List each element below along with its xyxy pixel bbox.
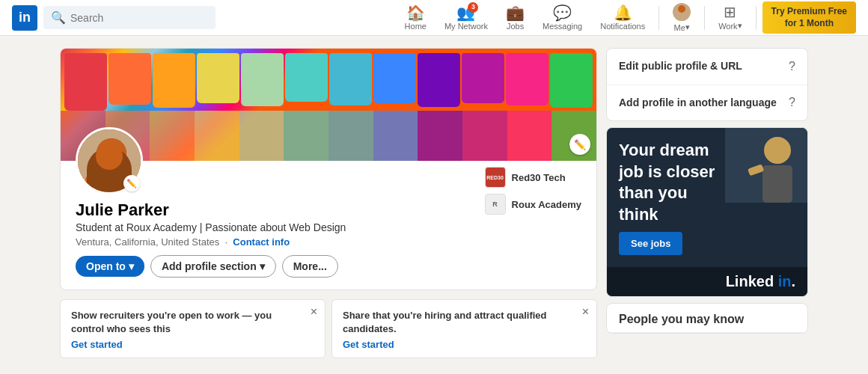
notifications-icon: 🔔 (614, 5, 632, 20)
me-avatar (673, 3, 691, 21)
jobs-icon: 💼 (506, 5, 525, 20)
ad-content: Your dream job is closer than you think … (607, 128, 807, 266)
people-heading: People you may know (607, 304, 807, 333)
add-profile-section-button[interactable]: Add profile section ▾ (150, 255, 276, 278)
messaging-icon: 💬 (553, 5, 572, 20)
nav-jobs-label: Jobs (507, 22, 524, 31)
edit-public-profile-row[interactable]: Edit public profile & URL ? (607, 49, 807, 85)
notification-link-2[interactable]: Get started (343, 339, 394, 350)
svg-rect-8 (105, 177, 118, 192)
profile-actions: Open to ▾ Add profile section ▾ More... (76, 255, 581, 278)
notification-row: × Show recruiters you're open to work — … (60, 299, 597, 361)
cover-edit-button[interactable]: ✏️ (569, 134, 590, 155)
nav-network-label: My Network (444, 22, 488, 31)
nav-messaging-label: Messaging (542, 22, 582, 31)
profile-links-card: Edit public profile & URL ? Add profile … (606, 48, 808, 121)
right-sidebar: Edit public profile & URL ? Add profile … (606, 48, 808, 362)
ad-card: Your dream job is closer than you think … (606, 127, 808, 296)
ad-headline: Your dream job is closer than you think (619, 140, 724, 225)
nav-notifications[interactable]: 🔔 Notifications (593, 2, 652, 34)
svg-point-10 (764, 137, 791, 164)
nav-divider-3 (756, 6, 757, 30)
nav-home[interactable]: 🏠 Home (397, 2, 434, 34)
search-box[interactable]: 🔍 (43, 6, 216, 29)
search-input[interactable] (70, 12, 208, 24)
svg-point-4 (97, 138, 126, 168)
svg-rect-6 (85, 176, 108, 192)
edit-avatar-button[interactable]: ✏️ (123, 175, 140, 191)
add-profile-language-row[interactable]: Add profile in another language ? (607, 85, 807, 121)
notification-card-hiring: × Share that you're hiring and attract q… (331, 299, 597, 358)
li-brand-in: in (778, 273, 792, 289)
more-button[interactable]: More... (282, 255, 338, 278)
nav-my-network[interactable]: 👥 3 My Network (437, 2, 495, 34)
notification-close-1[interactable]: × (311, 306, 317, 318)
svg-point-1 (675, 15, 688, 21)
edit-profile-help-icon[interactable]: ? (789, 60, 795, 73)
network-badge: 3 (468, 2, 478, 13)
nav-jobs[interactable]: 💼 Jobs (498, 2, 532, 34)
open-to-button[interactable]: Open to ▾ (76, 256, 144, 277)
profile-headline: Student at Roux Academy | Passionate abo… (76, 221, 581, 233)
open-to-chevron: ▾ (129, 260, 134, 272)
svg-rect-11 (762, 165, 792, 203)
notification-close-2[interactable]: × (582, 306, 589, 318)
profile-area: ✏️ (60, 48, 597, 362)
add-language-help-icon[interactable]: ? (789, 96, 795, 109)
nav-work-label: Work (718, 21, 742, 31)
nav-me-label: Me (674, 22, 690, 32)
company-red30[interactable]: RED30 Red30 Tech (485, 167, 581, 188)
company-roux[interactable]: R Roux Academy (485, 194, 581, 215)
add-section-chevron: ▾ (260, 260, 265, 272)
search-icon: 🔍 (51, 10, 66, 25)
add-profile-language-label: Add profile in another language (619, 96, 777, 111)
roux-logo: R (485, 194, 506, 215)
profile-location: Ventura, California, United States · Con… (76, 236, 581, 248)
profile-card: ✏️ (60, 48, 597, 290)
work-icon: ⊞ (724, 4, 736, 19)
profile-companies: RED30 Red30 Tech R Roux Academy (485, 167, 581, 215)
people-you-may-know-card: People you may know (606, 303, 808, 334)
nav-divider-2 (704, 6, 705, 30)
profile-body: ✏️ RED30 Red30 Tech R Roux Academy (61, 161, 596, 289)
profile-avatar-wrap: ✏️ (76, 127, 143, 194)
nav-divider-1 (658, 6, 659, 30)
network-icon: 👥 3 (456, 5, 475, 20)
linkedin-logo[interactable]: in (12, 5, 37, 31)
nav-me[interactable]: Me (665, 0, 698, 35)
edit-public-profile-label: Edit public profile & URL (619, 59, 742, 74)
contact-info-link[interactable]: Contact info (233, 236, 290, 248)
notification-link-1[interactable]: Get started (71, 339, 123, 350)
nav-items: 🏠 Home 👥 3 My Network 💼 Jobs 💬 Messaging… (397, 0, 856, 35)
red30-logo: RED30 (485, 167, 506, 188)
notification-title-1: Show recruiters you're open to work — yo… (71, 309, 314, 336)
home-icon: 🏠 (406, 5, 425, 20)
nav-notifications-label: Notifications (600, 22, 645, 31)
nav-messaging[interactable]: 💬 Messaging (535, 2, 590, 34)
see-jobs-button[interactable]: See jobs (619, 232, 682, 255)
svg-point-0 (678, 5, 685, 13)
main-content: ✏️ (0, 36, 868, 374)
notification-title-2: Share that you're hiring and attract qua… (343, 309, 586, 336)
nav-work[interactable]: ⊞ Work (711, 1, 749, 34)
top-navigation: in 🔍 🏠 Home 👥 3 My Network 💼 Jobs 💬 Mess… (0, 0, 868, 36)
ad-brand: Linked in. (607, 267, 807, 296)
notification-card-open-to-work: × Show recruiters you're open to work — … (60, 299, 326, 358)
premium-button[interactable]: Try Premium Free for 1 Month (762, 1, 856, 34)
nav-home-label: Home (405, 22, 427, 31)
